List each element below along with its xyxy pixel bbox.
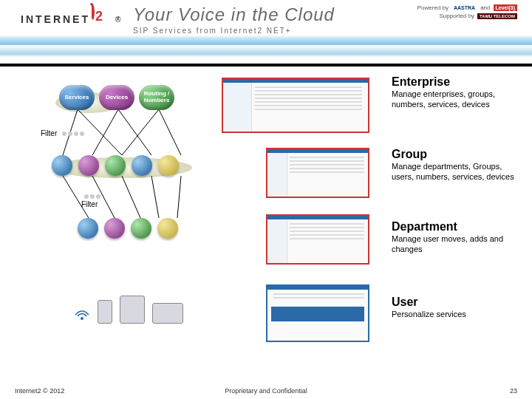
supported-by-label: Supported by (440, 13, 475, 19)
partner-credits: Powered by AASTRA and Level(3) Supported… (417, 4, 517, 21)
logo-swoosh-icon: 2 (89, 6, 115, 33)
devices-pill: Devices (99, 85, 134, 110)
sphere-icon (52, 155, 72, 176)
user-screenshot (266, 284, 369, 342)
routing-pill: Routing / Numbers (139, 85, 174, 110)
sphere-icon (104, 218, 125, 239)
group-screenshot (266, 148, 369, 198)
sphere-icon (158, 155, 179, 176)
enterprise-screenshot (222, 78, 369, 133)
user-title: User (392, 296, 521, 309)
svg-line-8 (122, 176, 140, 218)
sphere-icon (131, 218, 151, 239)
aastra-logo: AASTRA (451, 4, 477, 11)
enterprise-text: Manage enterprises, groups, numbers, ser… (392, 89, 521, 110)
confidential-label: Proprietary and Confidential (225, 387, 307, 395)
sphere-icon (157, 218, 178, 239)
enterprise-desc: Enterprise Manage enterprises, groups, n… (392, 75, 521, 110)
copyright: Internet2 © 2012 (15, 387, 64, 395)
department-desc: Department Manage user moves, adds and c… (392, 220, 521, 255)
laptop-icon (152, 303, 183, 324)
department-title: Department (392, 220, 521, 233)
svg-line-10 (177, 176, 181, 218)
sphere-icon (132, 155, 152, 176)
sphere-icon (78, 218, 98, 239)
filter-dots-icon (62, 132, 84, 136)
top-pills: Services Devices Routing / Numbers (59, 85, 174, 110)
group-spheres (52, 155, 179, 176)
svg-point-11 (81, 317, 83, 320)
logo-text: INTERNET (21, 13, 90, 25)
logo: INTERNET 2 ® (21, 6, 120, 33)
group-desc: Group Manage departments, Groups, users,… (392, 148, 521, 183)
services-pill: Services (59, 85, 95, 110)
enterprise-title: Enterprise (392, 75, 521, 89)
title-area: Your Voice in the Cloud SIP Services fro… (133, 4, 335, 35)
page-subtitle: SIP Services from Internet2 NET+ (133, 27, 335, 35)
department-text: Manage user moves, adds and changes (392, 234, 521, 255)
svg-line-9 (151, 176, 159, 218)
group-text: Manage departments, Groups, users, numbe… (392, 162, 521, 183)
sphere-icon (105, 155, 126, 176)
filter-label-1: Filter (41, 129, 84, 137)
wifi-icon (74, 307, 90, 324)
tamu-logo: TAMU TELECOM (477, 13, 517, 19)
level3-logo: Level(3) (494, 4, 517, 11)
filter-label-2: Filter (81, 192, 100, 208)
user-devices (74, 296, 183, 324)
filter-dots-icon (84, 194, 100, 199)
page-title: Your Voice in the Cloud (133, 4, 335, 25)
slide-header: INTERNET 2 ® Your Voice in the Cloud SIP… (0, 0, 532, 66)
slide-footer: Internet2 © 2012 Proprietary and Confide… (0, 387, 532, 395)
slide-content: Services Devices Routing / Numbers Filte… (0, 74, 532, 377)
registered-mark: ® (115, 16, 120, 24)
user-text: Personalize services (392, 310, 521, 320)
user-desc: User Personalize services (392, 296, 521, 320)
dept-spheres (78, 218, 178, 239)
sphere-icon (78, 155, 99, 176)
deskphone-icon (120, 296, 145, 324)
department-screenshot (266, 214, 369, 265)
powered-by-label: Powered by (417, 4, 449, 11)
pda-icon (98, 300, 112, 324)
page-number: 23 (510, 387, 517, 395)
group-title: Group (392, 148, 521, 161)
